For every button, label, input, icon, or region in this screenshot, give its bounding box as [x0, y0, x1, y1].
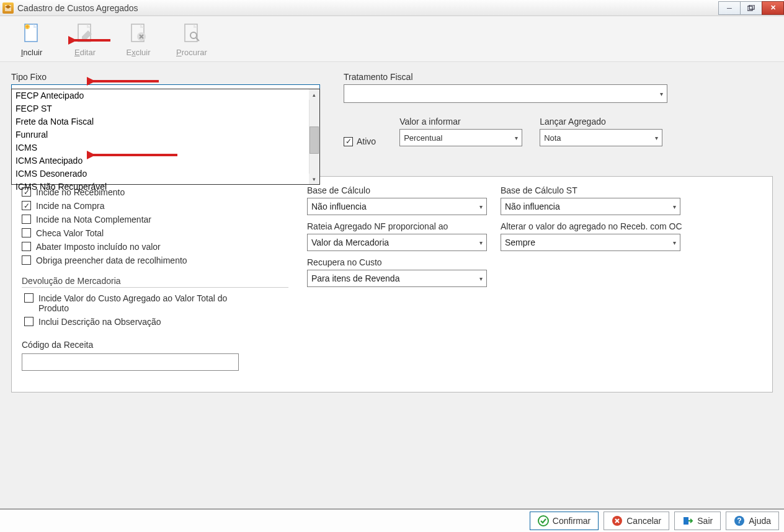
tab-panel: Incide no Recebimento Incide na Compra I… — [11, 176, 773, 392]
lancar-agregado-combobox[interactable]: Nota ▾ — [540, 129, 662, 146]
base-calculo-value: Não influencia — [311, 202, 367, 211]
sair-label: Sair — [697, 516, 713, 526]
inclui-desc-obs-label: Inclui Descrição na Observação — [38, 317, 161, 327]
ativo-label: Ativo — [357, 136, 376, 146]
base-calculo-label: Base de Cálculo — [307, 185, 487, 195]
chevron-down-icon: ▾ — [479, 203, 483, 210]
chevron-down-icon: ▾ — [479, 275, 483, 282]
chevron-down-icon: ▾ — [673, 203, 676, 210]
abater-imposto-checkbox[interactable] — [22, 242, 31, 251]
svg-rect-2 — [749, 5, 754, 9]
svg-rect-15 — [684, 517, 688, 525]
svg-text:?: ? — [737, 516, 742, 525]
scroll-up-button[interactable]: ▴ — [309, 89, 319, 100]
incluir-label: Incluir — [21, 48, 43, 57]
codigo-receita-input[interactable] — [22, 353, 239, 371]
sair-button[interactable]: Sair — [674, 512, 721, 530]
cancelar-button[interactable]: Cancelar — [604, 512, 669, 530]
toolbar: Incluir Editar Excluir Procurar — [0, 16, 784, 62]
chevron-down-icon: ▾ — [515, 135, 518, 141]
rateia-label: Rateia Agregado NF proporcional ao — [307, 221, 487, 231]
chevron-down-icon: ▾ — [479, 239, 483, 246]
obriga-preencher-checkbox[interactable] — [22, 255, 31, 265]
recupera-value: Para itens de Revenda — [311, 273, 399, 283]
tratamento-fiscal-combobox[interactable]: ▾ — [344, 84, 667, 103]
base-calculo-st-combobox[interactable]: Não influencia ▾ — [501, 198, 680, 215]
codigo-receita-label: Código da Receita — [22, 340, 93, 350]
recupera-label: Recupera no Custo — [307, 257, 487, 267]
tipo-fixo-option[interactable]: ICMS — [12, 141, 319, 154]
close-button[interactable]: ✕ — [762, 1, 784, 15]
right-column: Base de Cálculo Não influencia ▾ Base de… — [307, 185, 762, 371]
alterar-label: Alterar o valor do agregado no Receb. co… — [501, 221, 762, 231]
ativo-checkbox[interactable] — [344, 137, 353, 146]
incide-valor-custo-checkbox[interactable] — [24, 293, 33, 303]
procurar-label: Procurar — [176, 48, 207, 57]
scroll-down-button[interactable]: ▾ — [309, 174, 319, 184]
rateia-value: Valor da Mercadoria — [311, 237, 389, 247]
tipo-fixo-dropdown[interactable]: ▴ ▾ FECP AntecipadoFECP STFrete da Nota … — [11, 89, 320, 185]
incide-nota-compl-label: Incide na Nota Complementar — [36, 215, 151, 224]
rateia-combobox[interactable]: Valor da Mercadoria ▾ — [307, 234, 487, 251]
footer-bar: Confirmar Cancelar Sair ? Ajuda — [0, 508, 784, 532]
checa-valor-total-checkbox[interactable] — [22, 228, 31, 237]
abater-imposto-label: Abater Imposto incluído no valor — [36, 242, 161, 252]
tipo-fixo-option[interactable]: FECP Antecipado — [12, 89, 319, 102]
incluir-button[interactable]: Incluir — [5, 17, 58, 60]
svg-point-13 — [538, 516, 548, 526]
alterar-value: Sempre — [505, 237, 535, 247]
confirmar-label: Confirmar — [553, 516, 590, 526]
chevron-down-icon: ▾ — [655, 135, 658, 141]
cancel-circle-icon — [612, 515, 623, 526]
minimize-button[interactable]: ─ — [718, 1, 741, 15]
tratamento-fiscal-label: Tratamento Fiscal — [344, 72, 667, 82]
check-circle-icon — [538, 515, 549, 526]
tipo-fixo-option[interactable]: ICMS Antecipado — [12, 154, 319, 167]
cancelar-label: Cancelar — [626, 516, 661, 526]
scrollbar-thumb[interactable] — [310, 126, 319, 154]
confirmar-button[interactable]: Confirmar — [530, 512, 599, 530]
tipo-fixo-option[interactable]: Funrural — [12, 128, 319, 141]
svg-rect-1 — [747, 6, 752, 11]
valor-informar-label: Valor a informar — [399, 117, 522, 126]
tipo-fixo-option[interactable]: ICMS Não Recuperável — [12, 180, 319, 193]
editar-label: Editar — [74, 48, 96, 57]
devolucao-group: Incide Valor do Custo Agregado ao Valor … — [22, 287, 288, 329]
lancar-agregado-label: Lançar Agregado — [540, 117, 662, 126]
tipo-fixo-option[interactable]: FECP ST — [12, 102, 319, 115]
excluir-label: Excluir — [126, 48, 150, 57]
new-document-icon — [22, 20, 42, 45]
base-calculo-st-label: Base de Cálculo ST — [501, 185, 762, 195]
valor-informar-value: Percentual — [404, 133, 442, 143]
checa-valor-total-label: Checa Valor Total — [36, 228, 104, 238]
recupera-combobox[interactable]: Para itens de Revenda ▾ — [307, 270, 487, 287]
tipo-fixo-option[interactable]: ICMS Desonerado — [12, 167, 319, 180]
chevron-down-icon: ▾ — [673, 239, 676, 246]
tab-strip: Co Incide no Recebimento Incide na Compr… — [11, 162, 773, 392]
ajuda-label: Ajuda — [749, 516, 771, 526]
base-calculo-combobox[interactable]: Não influencia ▾ — [307, 198, 487, 215]
incide-valor-custo-label: Incide Valor do Custo Agregado ao Valor … — [38, 293, 249, 313]
edit-document-icon — [75, 20, 95, 45]
editar-button: Editar — [58, 17, 112, 60]
exit-icon — [682, 515, 693, 526]
title-bar: Cadastro de Custos Agregados ─ ✕ — [0, 0, 784, 16]
incide-nota-compl-checkbox[interactable] — [22, 215, 31, 224]
tipo-fixo-option[interactable]: Frete da Nota Fiscal — [12, 115, 319, 128]
window-title: Cadastro de Custos Agregados — [17, 3, 719, 13]
base-calculo-st-value: Não influencia — [505, 202, 560, 211]
window-controls: ─ ✕ — [719, 1, 784, 15]
delete-document-icon — [128, 20, 148, 45]
procurar-button: Procurar — [165, 17, 218, 60]
inclui-desc-obs-checkbox[interactable] — [24, 317, 33, 326]
form-area: Tipo Fixo ▾ ▴ ▾ FECP AntecipadoFECP STFr… — [0, 62, 784, 396]
valor-informar-combobox[interactable]: Percentual ▾ — [399, 129, 522, 146]
incide-compra-checkbox[interactable] — [22, 201, 31, 210]
incide-compra-label: Incide na Compra — [36, 201, 105, 211]
ajuda-button[interactable]: ? Ajuda — [726, 512, 779, 530]
maximize-button[interactable] — [740, 1, 762, 15]
devolucao-group-label: Devolução de Mercadoria — [22, 273, 288, 286]
alterar-combobox[interactable]: Sempre ▾ — [501, 234, 680, 251]
app-icon — [2, 2, 14, 14]
lancar-agregado-value: Nota — [544, 133, 561, 143]
